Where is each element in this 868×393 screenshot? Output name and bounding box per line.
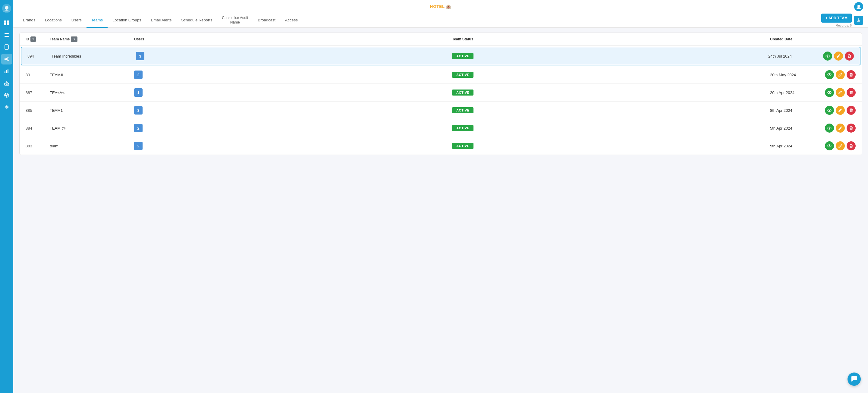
svg-point-34: [829, 127, 830, 129]
sidebar-logo-icon[interactable]: [2, 4, 11, 13]
svg-point-32: [829, 110, 830, 111]
sidebar-item-chart[interactable]: [1, 66, 12, 77]
sidebar-item-target[interactable]: [1, 90, 12, 101]
cell-team-name: TEA<A<: [47, 86, 132, 99]
svg-rect-18: [7, 69, 8, 73]
svg-rect-2: [4, 21, 6, 23]
cell-created-date: 8th Apr 2024: [768, 104, 822, 117]
sidebar-item-gear[interactable]: [1, 102, 12, 113]
cell-id: 883: [23, 140, 47, 152]
svg-point-1: [5, 6, 8, 10]
cell-id: 887: [23, 86, 47, 99]
user-count-badge: 3: [134, 106, 143, 115]
status-badge: ACTIVE: [452, 90, 473, 95]
edit-button[interactable]: [836, 124, 845, 132]
cell-id: 894: [25, 50, 49, 63]
cell-status: ACTIVE: [450, 85, 768, 100]
sidebar-item-megaphone[interactable]: [1, 54, 12, 64]
nav-bar: Brands Locations Users Teams Location Gr…: [13, 13, 868, 28]
svg-point-26: [827, 56, 828, 57]
view-button[interactable]: [825, 124, 834, 132]
sidebar-item-inbox[interactable]: [1, 78, 12, 89]
top-header: HOTEL 🏨: [13, 0, 868, 13]
cell-status: ACTIVE: [450, 121, 768, 135]
sidebar-item-grid[interactable]: [1, 18, 12, 28]
table-row: 883 team 2 ACTIVE 5th Apr 2024: [20, 137, 862, 155]
edit-button[interactable]: [836, 70, 845, 79]
delete-button[interactable]: [846, 106, 856, 115]
svg-point-28: [829, 74, 830, 75]
table-row: 887 TEA<A< 1 ACTIVE 20th Apr 2024: [20, 84, 862, 101]
cell-users: 2: [132, 120, 450, 137]
table-row: 884 TEAM @ 2 ACTIVE 5th Apr 2024: [20, 119, 862, 137]
tab-broadcast[interactable]: Broadcast: [253, 13, 280, 28]
delete-button[interactable]: [845, 52, 854, 61]
col-header-id: ID ▼: [23, 33, 47, 46]
cell-actions: [822, 101, 858, 119]
cell-users: 1: [132, 84, 450, 101]
cell-created-date: 5th Apr 2024: [768, 140, 822, 152]
status-badge: ACTIVE: [452, 53, 473, 59]
cell-id: 884: [23, 122, 47, 135]
delete-button[interactable]: [846, 70, 856, 79]
delete-button[interactable]: [846, 88, 856, 97]
chat-fab-button[interactable]: [847, 372, 861, 386]
edit-button[interactable]: [834, 52, 843, 61]
cell-status: ACTIVE: [450, 49, 766, 63]
id-sort-button[interactable]: ▼: [30, 36, 36, 42]
view-button[interactable]: [825, 88, 834, 97]
view-button[interactable]: [825, 70, 834, 79]
cell-actions: [822, 137, 858, 155]
view-button[interactable]: [825, 141, 834, 150]
cell-actions: [822, 84, 858, 101]
tab-users[interactable]: Users: [67, 13, 87, 28]
user-count-badge: 2: [134, 124, 143, 132]
col-header-users: Users: [132, 33, 450, 46]
tab-location-groups[interactable]: Location Groups: [107, 13, 146, 28]
cell-users: 3: [133, 48, 450, 64]
sidebar-item-doc[interactable]: [1, 41, 12, 53]
svg-line-13: [8, 58, 9, 58]
svg-rect-16: [4, 71, 5, 73]
user-avatar[interactable]: [854, 2, 863, 11]
view-button[interactable]: [825, 106, 834, 115]
delete-button[interactable]: [846, 124, 856, 132]
tab-brands[interactable]: Brands: [18, 13, 40, 28]
tab-schedule-reports[interactable]: Schedule Reports: [176, 13, 217, 28]
tab-access[interactable]: Access: [280, 13, 303, 28]
user-count-badge: 3: [136, 52, 144, 60]
sidebar-item-list[interactable]: [1, 30, 12, 40]
team-name-filter-button[interactable]: ▼: [71, 36, 78, 42]
cell-id: 885: [23, 104, 47, 117]
edit-button[interactable]: [836, 88, 845, 97]
tab-email-alerts[interactable]: Email Alerts: [146, 13, 177, 28]
edit-button[interactable]: [836, 106, 845, 115]
svg-point-23: [6, 95, 7, 96]
cell-created-date: 24th Jul 2024: [766, 50, 820, 63]
add-team-button[interactable]: + ADD TEAM: [821, 13, 852, 23]
status-badge: ACTIVE: [452, 72, 473, 78]
svg-rect-7: [4, 35, 9, 35]
user-count-badge: 2: [134, 70, 143, 79]
edit-button[interactable]: [836, 141, 845, 150]
cell-status: ACTIVE: [450, 139, 768, 153]
cell-created-date: 20th May 2024: [768, 68, 822, 81]
cell-actions: [820, 47, 856, 65]
svg-rect-3: [7, 21, 9, 23]
tab-teams[interactable]: Teams: [87, 13, 107, 28]
content-area: ID ▼ Team Name ▼ Users Team Status Creat…: [13, 28, 868, 393]
view-button[interactable]: [823, 52, 832, 61]
svg-point-24: [858, 5, 860, 7]
main-content: HOTEL 🏨 Brands Locations Users Teams Loc…: [13, 0, 868, 393]
delete-button[interactable]: [846, 141, 856, 150]
tab-locations[interactable]: Locations: [40, 13, 67, 28]
action-buttons: [824, 141, 856, 150]
svg-rect-4: [4, 23, 6, 25]
cell-team-name: TEAM1: [47, 104, 132, 117]
sidebar: [0, 0, 13, 393]
tab-customise-audit-name[interactable]: Customise AuditName: [217, 13, 253, 28]
teams-table: ID ▼ Team Name ▼ Users Team Status Creat…: [19, 33, 862, 155]
cell-team-name: TEAM#: [47, 68, 132, 81]
cell-users: 2: [132, 138, 450, 154]
download-button[interactable]: [854, 16, 863, 25]
